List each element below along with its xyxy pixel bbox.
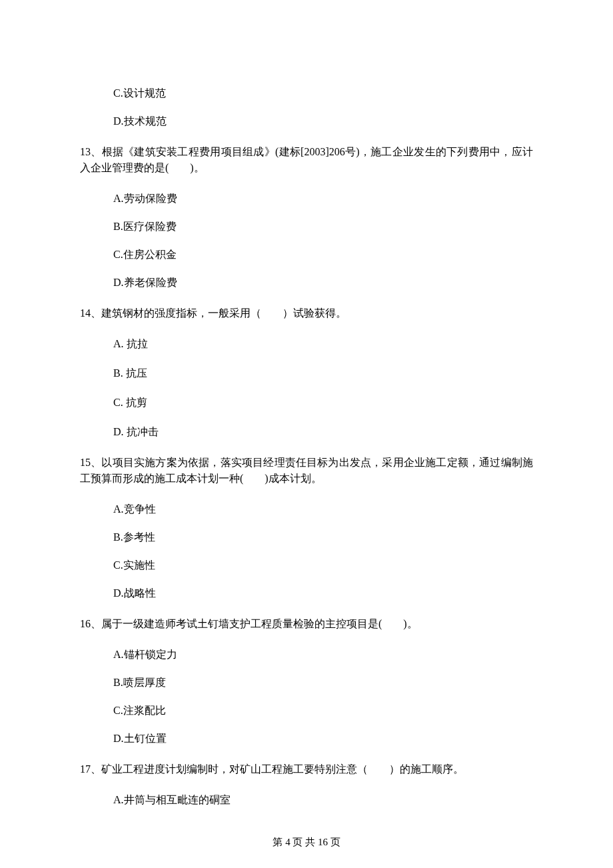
question-16-option-c: C.注浆配比 xyxy=(80,703,533,719)
question-13-option-c: C.住房公积金 xyxy=(80,247,533,263)
page-content: C.设计规范 D.技术规范 13、根据《建筑安装工程费用项目组成》(建标[200… xyxy=(0,0,613,860)
question-13-option-b: B.医疗保险费 xyxy=(80,219,533,235)
question-16-option-d: D.土钉位置 xyxy=(80,731,533,747)
question-14-stem: 14、建筑钢材的强度指标，一般采用（ ）试验获得。 xyxy=(80,305,533,321)
question-16-option-b: B.喷层厚度 xyxy=(80,675,533,691)
question-15-option-b: B.参考性 xyxy=(80,529,533,545)
question-16-stem: 16、属于一级建造师考试土钉墙支护工程质量检验的主控项目是( )。 xyxy=(80,616,533,632)
question-13-option-d: D.养老保险费 xyxy=(80,275,533,291)
question-15-option-d: D.战略性 xyxy=(80,585,533,601)
question-15-option-c: C.实施性 xyxy=(80,557,533,573)
question-17-stem: 17、矿业工程进度计划编制时，对矿山工程施工要特别注意（ ）的施工顺序。 xyxy=(80,761,533,777)
question-14-option-d: D. 抗冲击 xyxy=(80,424,533,440)
question-13-stem: 13、根据《建筑安装工程费用项目组成》(建标[2003]206号)，施工企业发生… xyxy=(80,144,533,176)
question-14-option-c: C. 抗剪 xyxy=(80,395,533,411)
question-15-stem: 15、以项目实施方案为依据，落实项目经理责任目标为出发点，采用企业施工定额，通过… xyxy=(80,455,533,487)
orphan-option-c: C.设计规范 xyxy=(80,85,533,101)
question-13-option-a: A.劳动保险费 xyxy=(80,191,533,207)
question-14-option-a: A. 抗拉 xyxy=(80,336,533,352)
question-16-option-a: A.锚杆锁定力 xyxy=(80,647,533,663)
orphan-option-d: D.技术规范 xyxy=(80,113,533,129)
question-14-option-b: B. 抗压 xyxy=(80,365,533,381)
page-footer: 第 4 页 共 16 页 xyxy=(0,835,613,850)
question-15-option-a: A.竞争性 xyxy=(80,501,533,517)
question-17-option-a: A.井筒与相互毗连的硐室 xyxy=(80,792,533,808)
